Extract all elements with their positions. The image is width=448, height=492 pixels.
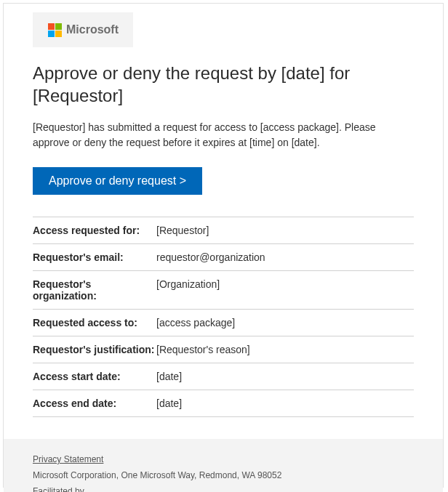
facilitated-by-label: Facilitated by [33, 486, 414, 492]
detail-label: Access requested for: [33, 225, 156, 236]
table-row: Requested access to: [access package] [33, 309, 414, 336]
detail-label: Access start date: [33, 371, 156, 382]
detail-label: Requestor's organization: [33, 278, 156, 302]
table-row: Access start date: [date] [33, 363, 414, 390]
corporation-info: Microsoft Corporation, One Microsoft Way… [33, 470, 414, 480]
detail-value: [date] [156, 371, 182, 382]
table-row: Requestor's organization: [Organization] [33, 270, 414, 309]
table-row: Access end date: [date] [33, 390, 414, 417]
brand-name: Microsoft [66, 23, 119, 36]
email-footer: Privacy Statement Microsoft Corporation,… [4, 439, 443, 492]
email-container: Microsoft Approve or deny the request by… [3, 3, 444, 488]
table-row: Requestor's email: requestor@organizatio… [33, 243, 414, 270]
table-row: Access requested for: [Requestor] [33, 217, 414, 243]
brand-header: Microsoft [33, 12, 133, 47]
email-content: Approve or deny the request by [date] fo… [4, 47, 443, 424]
detail-label: Access end date: [33, 398, 156, 409]
approve-deny-button[interactable]: Approve or deny request > [33, 167, 202, 195]
details-table: Access requested for: [Requestor] Reques… [33, 217, 414, 417]
detail-value: [date] [156, 398, 182, 409]
detail-value: [Organization] [156, 278, 220, 302]
detail-value: [Requestor's reason] [156, 344, 250, 355]
detail-value: [Requestor] [156, 225, 209, 236]
detail-label: Requestor's email: [33, 251, 156, 263]
microsoft-logo-icon [47, 23, 62, 37]
table-row: Requestor's justification: [Requestor's … [33, 336, 414, 363]
privacy-statement-link[interactable]: Privacy Statement [33, 454, 103, 464]
detail-value: requestor@organization [156, 251, 265, 263]
email-title: Approve or deny the request by [date] fo… [33, 62, 414, 107]
email-body: [Requestor] has submitted a request for … [33, 120, 414, 150]
detail-label: Requestor's justification: [33, 344, 156, 355]
detail-value: [access package] [156, 317, 235, 328]
detail-label: Requested access to: [33, 317, 156, 328]
